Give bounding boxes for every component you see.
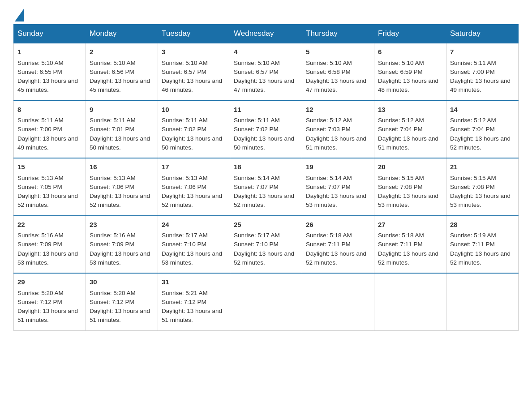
- calendar-day-cell: 2 Sunrise: 5:10 AM Sunset: 6:56 PM Dayli…: [86, 43, 158, 101]
- sunset-label: Sunset: 6:57 PM: [234, 68, 279, 75]
- sunrise-label: Sunrise: 5:18 AM: [378, 232, 424, 239]
- sunset-label: Sunset: 7:04 PM: [378, 126, 423, 133]
- sunset-label: Sunset: 7:03 PM: [306, 126, 351, 133]
- sunset-label: Sunset: 7:07 PM: [306, 184, 351, 190]
- calendar-week-row: 8 Sunrise: 5:11 AM Sunset: 7:00 PM Dayli…: [14, 101, 519, 158]
- sunrise-label: Sunrise: 5:20 AM: [17, 290, 64, 296]
- calendar-day-cell: 16 Sunrise: 5:13 AM Sunset: 7:06 PM Dayl…: [86, 158, 158, 216]
- sunrise-label: Sunrise: 5:10 AM: [162, 60, 208, 66]
- daylight-label: Daylight: 13 hours and 52 minutes.: [450, 250, 511, 266]
- sunrise-label: Sunrise: 5:13 AM: [162, 175, 208, 181]
- daylight-label: Daylight: 13 hours and 52 minutes.: [17, 193, 78, 208]
- sunset-label: Sunset: 7:00 PM: [17, 126, 62, 133]
- day-of-week-header: Wednesday: [230, 25, 302, 43]
- calendar-day-cell: 13 Sunrise: 5:12 AM Sunset: 7:04 PM Dayl…: [374, 101, 446, 158]
- daylight-label: Daylight: 13 hours and 53 minutes.: [17, 250, 78, 266]
- calendar-day-cell: [374, 273, 446, 330]
- daylight-label: Daylight: 13 hours and 52 minutes.: [378, 250, 438, 266]
- sunrise-label: Sunrise: 5:12 AM: [306, 117, 352, 124]
- day-number: 31: [162, 277, 226, 287]
- calendar-day-cell: 3 Sunrise: 5:10 AM Sunset: 6:57 PM Dayli…: [158, 43, 230, 101]
- day-of-week-header: Tuesday: [158, 25, 230, 43]
- calendar-day-cell: 18 Sunrise: 5:14 AM Sunset: 7:07 PM Dayl…: [230, 158, 302, 216]
- day-number: 27: [378, 220, 442, 230]
- day-number: 20: [378, 162, 442, 172]
- calendar-week-row: 22 Sunrise: 5:16 AM Sunset: 7:09 PM Dayl…: [14, 216, 519, 274]
- calendar-day-cell: [302, 273, 374, 330]
- day-number: 16: [90, 162, 154, 172]
- daylight-label: Daylight: 13 hours and 52 minutes.: [234, 193, 294, 208]
- sunset-label: Sunset: 7:01 PM: [90, 126, 134, 133]
- sunset-label: Sunset: 7:07 PM: [234, 184, 279, 190]
- day-number: 1: [17, 47, 82, 57]
- sunset-label: Sunset: 7:11 PM: [306, 241, 351, 248]
- calendar-day-cell: 21 Sunrise: 5:15 AM Sunset: 7:08 PM Dayl…: [446, 158, 519, 216]
- sunset-label: Sunset: 7:09 PM: [90, 241, 134, 248]
- daylight-label: Daylight: 13 hours and 52 minutes.: [90, 193, 150, 208]
- sunrise-label: Sunrise: 5:10 AM: [17, 60, 64, 66]
- sunrise-label: Sunrise: 5:13 AM: [17, 175, 64, 181]
- daylight-label: Daylight: 13 hours and 51 minutes.: [378, 135, 438, 151]
- sunset-label: Sunset: 7:10 PM: [234, 241, 279, 248]
- sunset-label: Sunset: 6:56 PM: [90, 68, 134, 75]
- calendar-week-row: 29 Sunrise: 5:20 AM Sunset: 7:12 PM Dayl…: [14, 273, 519, 330]
- sunrise-label: Sunrise: 5:12 AM: [378, 117, 424, 124]
- sunrise-label: Sunrise: 5:14 AM: [306, 175, 352, 181]
- calendar-day-cell: 22 Sunrise: 5:16 AM Sunset: 7:09 PM Dayl…: [14, 216, 86, 274]
- sunrise-label: Sunrise: 5:11 AM: [450, 60, 496, 66]
- daylight-label: Daylight: 13 hours and 46 minutes.: [162, 77, 222, 93]
- sunrise-label: Sunrise: 5:21 AM: [162, 290, 208, 296]
- sunset-label: Sunset: 6:55 PM: [17, 68, 62, 75]
- calendar-day-cell: 20 Sunrise: 5:15 AM Sunset: 7:08 PM Dayl…: [374, 158, 446, 216]
- sunrise-label: Sunrise: 5:10 AM: [234, 60, 280, 66]
- sunrise-label: Sunrise: 5:16 AM: [90, 232, 136, 239]
- calendar-day-cell: 24 Sunrise: 5:17 AM Sunset: 7:10 PM Dayl…: [158, 216, 230, 274]
- sunset-label: Sunset: 6:58 PM: [306, 68, 351, 75]
- daylight-label: Daylight: 13 hours and 47 minutes.: [234, 77, 294, 93]
- page-header: [13, 9, 519, 20]
- calendar-day-cell: [230, 273, 302, 330]
- calendar-day-cell: 9 Sunrise: 5:11 AM Sunset: 7:01 PM Dayli…: [86, 101, 158, 158]
- daylight-label: Daylight: 13 hours and 50 minutes.: [162, 135, 222, 151]
- day-number: 29: [17, 277, 82, 287]
- sunset-label: Sunset: 7:08 PM: [450, 184, 495, 190]
- sunrise-label: Sunrise: 5:11 AM: [17, 117, 64, 124]
- day-number: 30: [90, 277, 154, 287]
- sunrise-label: Sunrise: 5:15 AM: [450, 175, 496, 181]
- calendar-header-row: SundayMondayTuesdayWednesdayThursdayFrid…: [14, 25, 519, 43]
- day-number: 2: [90, 47, 154, 57]
- sunrise-label: Sunrise: 5:14 AM: [234, 175, 280, 181]
- daylight-label: Daylight: 13 hours and 50 minutes.: [234, 135, 294, 151]
- daylight-label: Daylight: 13 hours and 53 minutes.: [378, 193, 438, 208]
- calendar-day-cell: 26 Sunrise: 5:18 AM Sunset: 7:11 PM Dayl…: [302, 216, 374, 274]
- sunrise-label: Sunrise: 5:19 AM: [450, 232, 496, 239]
- day-number: 6: [378, 47, 442, 57]
- day-number: 22: [17, 220, 82, 230]
- day-number: 19: [306, 162, 370, 172]
- sunset-label: Sunset: 7:08 PM: [378, 184, 423, 190]
- day-number: 14: [450, 105, 515, 115]
- calendar-day-cell: 23 Sunrise: 5:16 AM Sunset: 7:09 PM Dayl…: [86, 216, 158, 274]
- day-number: 17: [162, 162, 226, 172]
- calendar-day-cell: 28 Sunrise: 5:19 AM Sunset: 7:11 PM Dayl…: [446, 216, 519, 274]
- sunrise-label: Sunrise: 5:10 AM: [378, 60, 424, 66]
- day-number: 26: [306, 220, 370, 230]
- sunset-label: Sunset: 7:12 PM: [17, 299, 62, 305]
- daylight-label: Daylight: 13 hours and 51 minutes.: [90, 308, 150, 323]
- sunrise-label: Sunrise: 5:12 AM: [450, 117, 496, 124]
- calendar-day-cell: 12 Sunrise: 5:12 AM Sunset: 7:03 PM Dayl…: [302, 101, 374, 158]
- sunset-label: Sunset: 7:10 PM: [162, 241, 206, 248]
- day-of-week-header: Friday: [374, 25, 446, 43]
- day-of-week-header: Thursday: [302, 25, 374, 43]
- calendar-day-cell: 1 Sunrise: 5:10 AM Sunset: 6:55 PM Dayli…: [14, 43, 86, 101]
- sunset-label: Sunset: 6:59 PM: [378, 68, 423, 75]
- calendar-day-cell: 10 Sunrise: 5:11 AM Sunset: 7:02 PM Dayl…: [158, 101, 230, 158]
- sunrise-label: Sunrise: 5:10 AM: [306, 60, 352, 66]
- calendar-day-cell: 8 Sunrise: 5:11 AM Sunset: 7:00 PM Dayli…: [14, 101, 86, 158]
- calendar-table: SundayMondayTuesdayWednesdayThursdayFrid…: [13, 24, 519, 331]
- sunset-label: Sunset: 7:00 PM: [450, 68, 495, 75]
- sunset-label: Sunset: 7:02 PM: [162, 126, 206, 133]
- sunset-label: Sunset: 7:11 PM: [378, 241, 423, 248]
- daylight-label: Daylight: 13 hours and 49 minutes.: [450, 77, 511, 93]
- calendar-week-row: 15 Sunrise: 5:13 AM Sunset: 7:05 PM Dayl…: [14, 158, 519, 216]
